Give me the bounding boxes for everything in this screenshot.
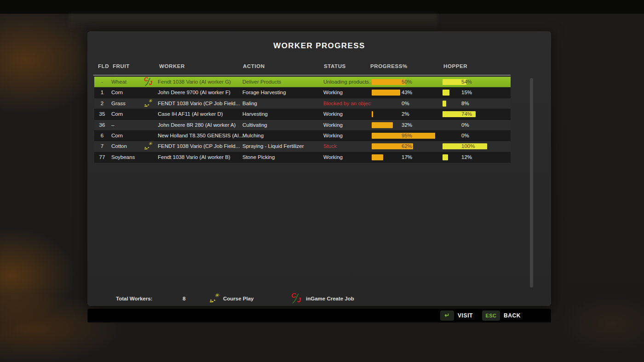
total-workers-value: 8 xyxy=(183,293,185,304)
worker-progress-panel: WORKER PROGRESS FLD FRUIT WORKER ACTION … xyxy=(87,31,551,306)
hopper-label: 15% xyxy=(461,87,472,98)
worker-icon-slot: ✳ xyxy=(144,99,157,108)
status-cell: Unloading products... xyxy=(323,77,371,87)
progress-bar xyxy=(372,111,373,117)
status-cell: Stuck xyxy=(323,141,371,152)
hopper-bar xyxy=(443,101,446,107)
course-play-label: Course Play xyxy=(223,293,253,304)
create-job-label: inGame Create Job xyxy=(306,293,354,304)
hopper-label: 0% xyxy=(461,120,469,130)
field-id-cell: 2 xyxy=(94,98,110,109)
field-id-cell: 7 xyxy=(94,141,110,152)
field-id-cell: - xyxy=(94,77,110,87)
worker-cell: FENDT 1038 Vario (CP Job Field... xyxy=(158,141,243,152)
status-cell: Working xyxy=(323,87,371,98)
progress-label: 50% xyxy=(402,77,412,87)
progress-label: 95% xyxy=(402,130,412,141)
worker-row[interactable]: 7Cotton✳FENDT 1038 Vario (CP Job Field..… xyxy=(94,141,511,152)
field-id-cell: 1 xyxy=(94,87,110,98)
action-cell: Stone Picking xyxy=(242,152,322,163)
hopper-label: 54% xyxy=(461,77,472,87)
progress-bar xyxy=(372,154,383,160)
progress-bar xyxy=(372,90,400,96)
enter-key-icon: ↵ xyxy=(445,312,450,319)
fruit-cell: Wheat xyxy=(111,77,126,87)
worker-cell: New Holland T8.350 GENESIS (AI... xyxy=(158,130,243,141)
table-scrollbar[interactable] xyxy=(530,78,533,289)
visit-button[interactable]: ↵ xyxy=(440,311,454,321)
fruit-cell: Grass xyxy=(111,98,126,109)
fruit-cell: Corn xyxy=(111,130,123,141)
action-cell: Cultivating xyxy=(242,120,322,130)
create-job-icon: CJ xyxy=(144,78,153,86)
worker-cell: Fendt 1038 Vario (AI worker G) xyxy=(158,77,243,87)
column-header-action: ACTION xyxy=(243,63,265,69)
course-play-icon: ✳ xyxy=(144,142,153,151)
status-cell: Blocked by an object xyxy=(323,98,371,109)
column-header-status: STATUS xyxy=(324,63,346,69)
action-cell: Forage Harvesting xyxy=(242,87,322,98)
status-cell: Working xyxy=(323,130,371,141)
progress-bar xyxy=(372,79,405,85)
action-bar: ↵ VISIT ESC BACK xyxy=(87,309,551,322)
worker-row[interactable]: -WheatCJFendt 1038 Vario (AI worker G)De… xyxy=(94,77,511,87)
column-header-fruit: FRUIT xyxy=(113,63,130,69)
hopper-label: 74% xyxy=(461,109,472,119)
scrollbar-thumb[interactable] xyxy=(530,78,533,288)
worker-row[interactable]: 35CornCase IH AF11 (AI worker D)Harvesti… xyxy=(94,109,511,119)
progress-label: 62% xyxy=(402,141,412,152)
worker-row[interactable]: 6CornNew Holland T8.350 GENESIS (AI...Mu… xyxy=(94,130,511,141)
action-cell: Spraying - Liquid Fertilizer xyxy=(242,141,322,152)
worker-row[interactable]: 2Grass✳FENDT 1038 Vario (CP Job Field...… xyxy=(94,98,511,109)
worker-cell: Case IH AF11 (AI worker D) xyxy=(158,109,243,119)
table-header: FLD FRUIT WORKER ACTION STATUS PROGRESS%… xyxy=(87,63,551,71)
worker-cell: John Deere 9700 (AI worker F) xyxy=(158,87,243,98)
hopper-bar xyxy=(443,154,448,160)
progress-label: 43% xyxy=(402,87,412,98)
fruit-cell: Corn xyxy=(111,87,123,98)
action-cell: Baling xyxy=(242,98,322,109)
total-workers-label: Total Workers: xyxy=(116,293,152,304)
top-letterbox xyxy=(0,0,644,14)
esc-key-label: ESC xyxy=(485,313,496,318)
worker-cell: Fendt 1038 Vario (AI worker B) xyxy=(158,152,243,163)
field-id-cell: 36 xyxy=(94,120,110,130)
worker-row[interactable]: 36–John Deere 8R 280 (AI worker A)Cultiv… xyxy=(94,120,511,130)
field-id-cell: 6 xyxy=(94,130,110,141)
page-title: WORKER PROGRESS xyxy=(87,41,551,51)
status-cell: Working xyxy=(323,152,371,163)
back-label: BACK xyxy=(504,309,521,322)
status-cell: Working xyxy=(323,109,371,119)
hopper-label: 100% xyxy=(461,141,475,152)
progress-bar xyxy=(372,122,393,128)
progress-label: 0% xyxy=(402,98,409,109)
header-divider xyxy=(93,75,511,75)
column-header-fld: FLD xyxy=(98,63,109,69)
action-cell: Mulching xyxy=(242,130,322,141)
worker-cell: FENDT 1038 Vario (CP Job Field... xyxy=(158,98,243,109)
progress-label: 32% xyxy=(402,120,412,130)
status-cell: Working xyxy=(323,120,371,130)
worker-icon-slot: CJ xyxy=(144,78,157,87)
course-play-icon: ✳ xyxy=(144,99,153,108)
worker-icon-slot: ✳ xyxy=(144,142,157,151)
panel-footer: Total Workers: 8 ✳ Course Play CJ inGame… xyxy=(94,293,511,305)
column-header-progress: PROGRESS% xyxy=(370,63,408,69)
field-id-cell: 77 xyxy=(94,152,110,163)
worker-table: -WheatCJFendt 1038 Vario (AI worker G)De… xyxy=(94,77,511,163)
hopper-label: 8% xyxy=(461,98,469,109)
fruit-cell: Cotton xyxy=(111,141,127,152)
progress-label: 2% xyxy=(402,109,409,119)
visit-label: VISIT xyxy=(458,309,473,322)
action-cell: Deliver Products xyxy=(242,77,322,87)
field-id-cell: 35 xyxy=(94,109,110,119)
fruit-cell: Soybeans xyxy=(111,152,135,163)
worker-row[interactable]: 77SoybeansFendt 1038 Vario (AI worker B)… xyxy=(94,152,511,163)
create-job-icon: CJ xyxy=(291,294,301,304)
hopper-label: 0% xyxy=(461,130,469,141)
worker-row[interactable]: 1CornJohn Deere 9700 (AI worker F)Forage… xyxy=(94,87,511,98)
action-cell: Harvesting xyxy=(242,109,322,119)
hopper-bar xyxy=(443,90,449,96)
hopper-label: 12% xyxy=(461,152,472,163)
back-button[interactable]: ESC xyxy=(482,311,500,321)
